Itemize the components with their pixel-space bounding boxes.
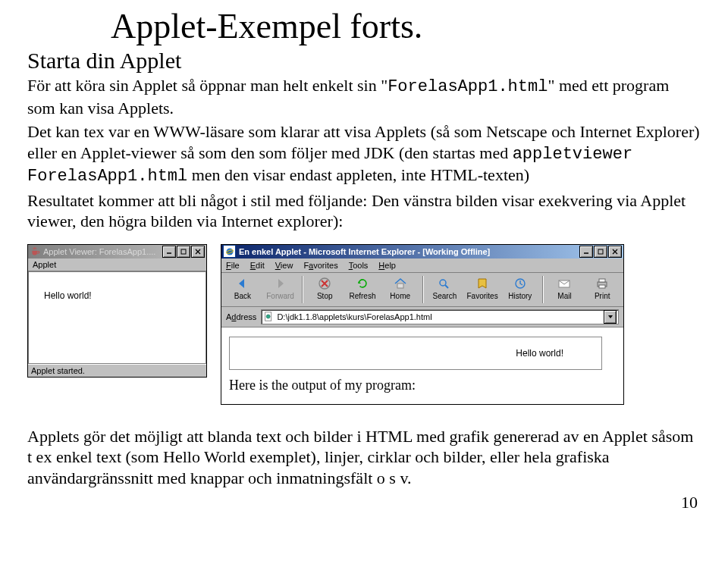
print-button[interactable]: Print bbox=[584, 274, 620, 302]
titlebar: En enkel Applet - Microsoft Internet Exp… bbox=[221, 245, 623, 258]
minimize-button[interactable] bbox=[162, 246, 176, 258]
svg-rect-7 bbox=[397, 284, 403, 288]
applet-content-area: Hello world! bbox=[28, 271, 206, 364]
label: Refresh bbox=[349, 292, 375, 300]
label: Search bbox=[433, 292, 457, 300]
label: Favorites bbox=[467, 292, 498, 300]
ie-icon bbox=[223, 245, 236, 258]
label: Mail bbox=[557, 292, 571, 300]
window-title: En enkel Applet - Microsoft Internet Exp… bbox=[239, 247, 576, 256]
print-icon bbox=[594, 276, 610, 291]
mail-button[interactable]: Mail bbox=[547, 274, 583, 302]
label: History bbox=[508, 292, 532, 300]
separator bbox=[302, 276, 303, 303]
status-bar: Applet started. bbox=[28, 364, 206, 377]
menubar: Applet bbox=[28, 258, 206, 271]
page-title: Applet-Exempel forts. bbox=[111, 6, 701, 46]
browser-content: Hello world! Here is the output of my pr… bbox=[221, 327, 623, 404]
svg-point-8 bbox=[440, 280, 446, 286]
favorites-button[interactable]: Favorites bbox=[464, 274, 500, 302]
internet-explorer-window: En enkel Applet - Microsoft Internet Exp… bbox=[221, 244, 624, 405]
titlebar: Applet Viewer: ForelasApp1.... bbox=[28, 245, 206, 258]
refresh-icon bbox=[354, 276, 371, 291]
close-button[interactable] bbox=[191, 246, 205, 258]
favorites-icon bbox=[474, 276, 491, 291]
svg-point-16 bbox=[266, 315, 270, 318]
refresh-button[interactable]: Refresh bbox=[344, 274, 381, 302]
page-icon bbox=[263, 312, 274, 322]
window-controls bbox=[162, 246, 205, 258]
paragraph-4: Applets gör det möjligt att blanda text … bbox=[27, 426, 701, 489]
maximize-button[interactable] bbox=[594, 246, 607, 258]
forward-icon bbox=[272, 276, 289, 291]
search-button[interactable]: Search bbox=[427, 274, 463, 302]
label: Forward bbox=[266, 292, 294, 300]
svg-rect-13 bbox=[599, 279, 605, 282]
address-bar: Address D:\jdk1.1.8\applets\kurs\Forelas… bbox=[221, 307, 623, 327]
screenshots-row: Applet Viewer: ForelasApp1.... Applet He… bbox=[27, 244, 701, 405]
document-page: Applet-Exempel forts. Starta din Applet … bbox=[0, 0, 728, 528]
mail-icon bbox=[556, 276, 573, 291]
separator bbox=[542, 276, 543, 303]
text: För att köra sin Applet så öppnar man he… bbox=[27, 76, 388, 95]
home-button[interactable]: Home bbox=[382, 274, 419, 302]
history-button[interactable]: History bbox=[502, 274, 538, 302]
address-value: D:\jdk1.1.8\applets\kurs\ForelasApp1.htm… bbox=[277, 312, 431, 321]
minimize-button[interactable] bbox=[579, 246, 593, 258]
address-field[interactable]: D:\jdk1.1.8\applets\kurs\ForelasApp1.htm… bbox=[261, 309, 619, 324]
back-button[interactable]: Back bbox=[224, 274, 261, 302]
menu-view[interactable]: View bbox=[275, 261, 293, 270]
maximize-button[interactable] bbox=[177, 246, 190, 258]
menu-edit[interactable]: Edit bbox=[250, 261, 265, 270]
svg-rect-14 bbox=[599, 285, 605, 288]
forward-button[interactable]: Forward bbox=[262, 274, 299, 302]
dropdown-button[interactable] bbox=[604, 310, 617, 324]
page-body-text: Here is the output of my program: bbox=[229, 378, 616, 393]
paragraph-2: Det kan tex var en WWW-läsare som klarar… bbox=[27, 121, 701, 187]
menu-file[interactable]: File bbox=[226, 261, 240, 270]
filename: ForelasApp1.html bbox=[388, 77, 548, 96]
label: Stop bbox=[317, 292, 333, 300]
separator bbox=[422, 276, 423, 303]
text: men den visar endast appleten, inte HTML… bbox=[187, 165, 529, 184]
menu-help[interactable]: Help bbox=[378, 261, 396, 270]
applet-output-text: Hello world! bbox=[44, 290, 92, 301]
toolbar: Back Forward Stop Refresh Home bbox=[221, 273, 623, 307]
applet-output-text: Hello world! bbox=[516, 348, 563, 359]
menu-tools[interactable]: Tools bbox=[349, 261, 369, 270]
status-text: Applet started. bbox=[31, 366, 85, 375]
stop-button[interactable]: Stop bbox=[306, 274, 343, 302]
address-label: Address bbox=[226, 312, 256, 321]
menubar: File Edit View Favorites Tools Help bbox=[221, 258, 623, 273]
stop-icon bbox=[316, 276, 333, 291]
embedded-applet: Hello world! bbox=[229, 337, 602, 370]
window-title: Applet Viewer: ForelasApp1.... bbox=[43, 247, 159, 256]
applet-viewer-window: Applet Viewer: ForelasApp1.... Applet He… bbox=[27, 244, 207, 378]
paragraph-1: För att köra sin Applet så öppnar man he… bbox=[27, 75, 701, 118]
window-controls bbox=[579, 246, 622, 258]
label: Back bbox=[234, 292, 251, 300]
label: Print bbox=[595, 292, 610, 300]
label: Home bbox=[390, 292, 410, 300]
menu-favorites[interactable]: Favorites bbox=[303, 261, 337, 270]
menu-applet[interactable]: Applet bbox=[33, 260, 56, 269]
back-icon bbox=[234, 276, 251, 291]
close-button[interactable] bbox=[608, 246, 622, 258]
java-icon bbox=[30, 246, 40, 257]
home-icon bbox=[392, 276, 409, 291]
paragraph-3: Resultatet kommer att bli något i stil m… bbox=[27, 190, 701, 232]
search-icon bbox=[436, 276, 453, 291]
svg-rect-5 bbox=[598, 249, 603, 254]
svg-rect-1 bbox=[181, 249, 186, 254]
history-icon bbox=[512, 276, 529, 291]
page-number: 10 bbox=[27, 493, 701, 512]
svg-line-9 bbox=[445, 285, 448, 288]
section-heading: Starta din Applet bbox=[27, 48, 701, 74]
